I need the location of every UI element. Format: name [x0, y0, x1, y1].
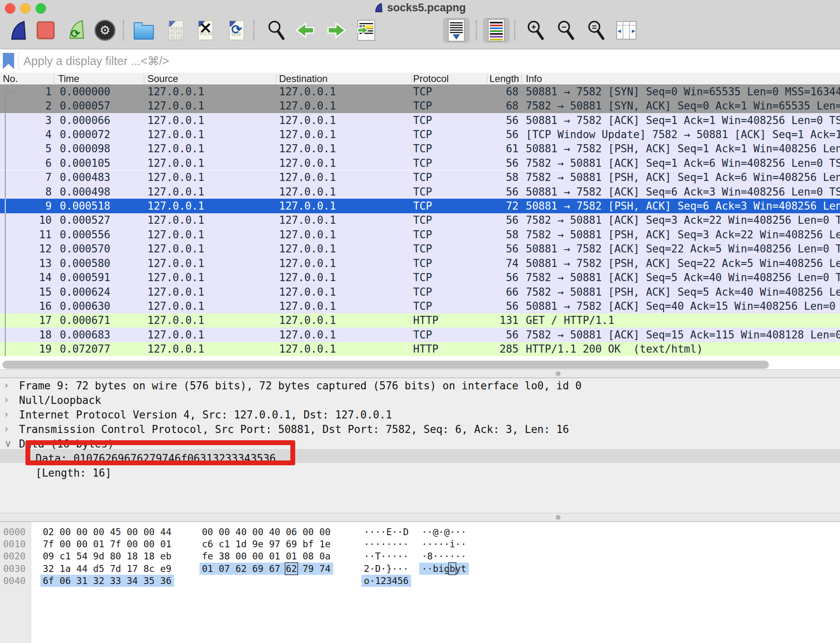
hex-h2[interactable]: c6 c1 1d 9e 97 69 bf 1e	[202, 538, 331, 550]
column-divider[interactable]	[521, 74, 522, 83]
hex-row-0020[interactable]: 002009 c1 54 9d 80 18 18 ebfe 38 00 00 0…	[0, 550, 840, 562]
cell-time: 0.000057	[60, 99, 110, 113]
hex-a1[interactable]: 2·D·}···	[364, 563, 409, 575]
detail-row[interactable]: ∨Data (16 bytes)	[0, 438, 840, 452]
hex-h2[interactable]: fe 38 00 00 01 01 08 0a	[202, 550, 331, 562]
hex-a1[interactable]: ····E··D	[364, 526, 409, 538]
packet-row-9[interactable]: 90.000518127.0.0.1127.0.0.1TCP7250881 → …	[0, 199, 840, 213]
detail-row[interactable]: ›Null/Loopback	[0, 394, 840, 409]
find-packet-icon[interactable]	[266, 18, 288, 43]
hex-h1[interactable]: 09 c1 54 9d 80 18 18 eb	[43, 550, 172, 562]
hex-a2[interactable]: ··@·@···	[422, 526, 466, 538]
filter-bookmark-icon[interactable]	[3, 53, 14, 69]
display-filter-bar[interactable]: Apply a display filter ...<⌘/>	[0, 49, 840, 73]
hex-a2[interactable]: ··bigbyt	[419, 563, 469, 575]
display-filter-input[interactable]: Apply a display filter ...<⌘/>	[23, 49, 169, 73]
packet-row-10[interactable]: 100.000527127.0.0.1127.0.0.1TCP567582 → …	[0, 213, 840, 227]
resize-columns-icon[interactable]: ◂▸	[615, 18, 637, 43]
hex-a1[interactable]: ··T·····	[364, 550, 409, 562]
packet-row-6[interactable]: 60.000105127.0.0.1127.0.0.1TCP567582 → 5…	[0, 156, 840, 170]
column-header-info[interactable]: Info	[526, 73, 837, 84]
hex-h1[interactable]: 02 00 00 00 45 00 00 44	[43, 526, 172, 538]
packet-row-18[interactable]: 180.000683127.0.0.1127.0.0.1TCP567582 → …	[0, 328, 840, 342]
packet-row-11[interactable]: 110.000556127.0.0.1127.0.0.1TCP587582 → …	[0, 227, 840, 242]
hex-h2[interactable]: 00 00 40 00 40 06 00 00	[202, 526, 331, 538]
start-capture-icon[interactable]	[8, 18, 29, 43]
packet-row-17[interactable]: 170.000671127.0.0.1127.0.0.1HTTP131GET /…	[0, 313, 840, 328]
hex-row-0030[interactable]: 003032 1a 44 d5 7d 17 8c e901 07 62 69 6…	[0, 563, 840, 575]
column-header-length[interactable]: Length	[489, 73, 521, 84]
column-divider[interactable]	[412, 74, 412, 83]
hex-a2[interactable]: ·····i··	[422, 538, 466, 550]
open-file-icon[interactable]	[133, 18, 155, 43]
column-header-no[interactable]: No.	[3, 73, 54, 84]
hex-a1[interactable]: ········	[364, 538, 409, 550]
packet-row-5[interactable]: 50.000098127.0.0.1127.0.0.1TCP6150881 → …	[0, 142, 840, 156]
last-packet-icon[interactable]	[415, 18, 437, 43]
reload-file-icon[interactable]: 1010⟳	[226, 18, 248, 43]
packet-row-7[interactable]: 70.000483127.0.0.1127.0.0.1TCP587582 → 5…	[0, 170, 840, 185]
hex-a2[interactable]: ·8······	[422, 550, 466, 562]
column-header-protocol[interactable]: Protocol	[413, 73, 486, 84]
hex-h2[interactable]: 01 07 62 69 67 62 79 74	[200, 563, 333, 575]
hex-row-0040[interactable]: 00406f 06 31 32 33 34 35 36o·123456	[0, 575, 840, 587]
chevron-down-icon[interactable]: ∨	[4, 438, 12, 449]
zoom-out-icon[interactable]: −	[555, 18, 577, 43]
packet-row-4[interactable]: 40.000072127.0.0.1127.0.0.1TCP56[TCP Win…	[0, 127, 840, 141]
packet-row-2[interactable]: 20.000057127.0.0.1127.0.0.1TCP687582 → 5…	[0, 99, 840, 113]
packet-row-8[interactable]: 80.000498127.0.0.1127.0.0.1TCP5650881 → …	[0, 185, 840, 199]
chevron-right-icon[interactable]: ›	[4, 409, 8, 420]
horizontal-scrollbar[interactable]	[2, 361, 769, 369]
chevron-right-icon[interactable]: ›	[4, 394, 8, 406]
cursor-byte: b	[449, 563, 455, 574]
hex-h1[interactable]: 32 1a 44 d5 7d 17 8c e9	[43, 563, 172, 575]
packet-row-1[interactable]: 10.000000127.0.0.1127.0.0.1TCP6850881 → …	[0, 84, 840, 99]
first-packet-icon[interactable]	[384, 18, 406, 43]
capture-options-icon[interactable]: ⚙	[94, 18, 116, 43]
cell-info: GET / HTTP/1.1	[526, 313, 840, 328]
auto-scroll-icon[interactable]	[443, 18, 470, 43]
previous-packet-icon[interactable]	[294, 18, 316, 43]
packet-row-16[interactable]: 160.000630127.0.0.1127.0.0.1TCP5650881 →…	[0, 299, 840, 313]
splitter-list-details[interactable]	[0, 369, 840, 378]
packet-row-13[interactable]: 130.000580127.0.0.1127.0.0.1TCP7450881 →…	[0, 256, 840, 270]
detail-text: Data (16 bytes)	[19, 438, 114, 450]
detail-row[interactable]: ›Transmission Control Protocol, Src Port…	[0, 423, 840, 438]
packet-row-19[interactable]: 190.072077127.0.0.1127.0.0.1HTTP285HTTP/…	[0, 342, 840, 356]
column-divider[interactable]	[54, 74, 54, 83]
column-divider[interactable]	[276, 74, 277, 83]
packet-row-3[interactable]: 30.000066127.0.0.1127.0.0.1TCP5650881 → …	[0, 113, 840, 127]
detail-row[interactable]: ›Internet Protocol Version 4, Src: 127.0…	[0, 409, 840, 423]
hex-a1[interactable]: o·123456	[361, 575, 411, 587]
hex-h1[interactable]: 7f 00 00 01 7f 00 00 01	[43, 538, 172, 550]
column-header-destination[interactable]: Destination	[279, 73, 411, 84]
next-packet-icon[interactable]	[326, 18, 347, 43]
detail-row-data-value[interactable]: Data: 01076269676279746f06313233343536	[0, 452, 840, 467]
detail-row[interactable]: [Length: 16]	[0, 467, 840, 481]
go-to-packet-icon[interactable]	[355, 18, 377, 43]
hex-h1[interactable]: 6f 06 31 32 33 34 35 36	[40, 575, 174, 587]
column-header-time[interactable]: Time	[58, 73, 143, 84]
column-header-source[interactable]: Source	[147, 73, 275, 84]
packet-row-14[interactable]: 140.000591127.0.0.1127.0.0.1TCP567582 → …	[0, 270, 840, 284]
zoom-in-icon[interactable]: +	[525, 18, 547, 43]
colorize-icon[interactable]	[483, 18, 510, 43]
close-file-icon[interactable]: 01110✕	[195, 18, 216, 43]
chevron-right-icon[interactable]: ›	[4, 380, 8, 391]
packet-row-15[interactable]: 150.000624127.0.0.1127.0.0.1TCP667582 → …	[0, 285, 840, 299]
stop-capture-icon[interactable]	[35, 18, 57, 43]
detail-row[interactable]: ›Frame 9: 72 bytes on wire (576 bits), 7…	[0, 380, 840, 394]
column-divider[interactable]	[144, 74, 144, 83]
restart-capture-icon[interactable]: ⟳	[66, 18, 88, 43]
column-divider[interactable]	[487, 74, 487, 83]
cell-destination: 127.0.0.1	[279, 227, 336, 242]
hex-row-0000[interactable]: 000002 00 00 00 45 00 00 4400 00 40 00 4…	[0, 526, 840, 538]
save-file-icon[interactable]: 010100110101110	[165, 18, 187, 43]
cell-length: 58	[487, 170, 519, 185]
hex-row-0010[interactable]: 00107f 00 00 01 7f 00 00 01c6 c1 1d 9e 9…	[0, 538, 840, 550]
zoom-reset-icon[interactable]: =	[586, 18, 607, 43]
cell-info: HTTP/1.1 200 OK (text/html)	[526, 342, 840, 356]
packet-row-12[interactable]: 120.000570127.0.0.1127.0.0.1TCP5650881 →…	[0, 242, 840, 256]
chevron-right-icon[interactable]: ›	[4, 423, 8, 435]
splitter-details-bytes[interactable]	[0, 513, 840, 522]
